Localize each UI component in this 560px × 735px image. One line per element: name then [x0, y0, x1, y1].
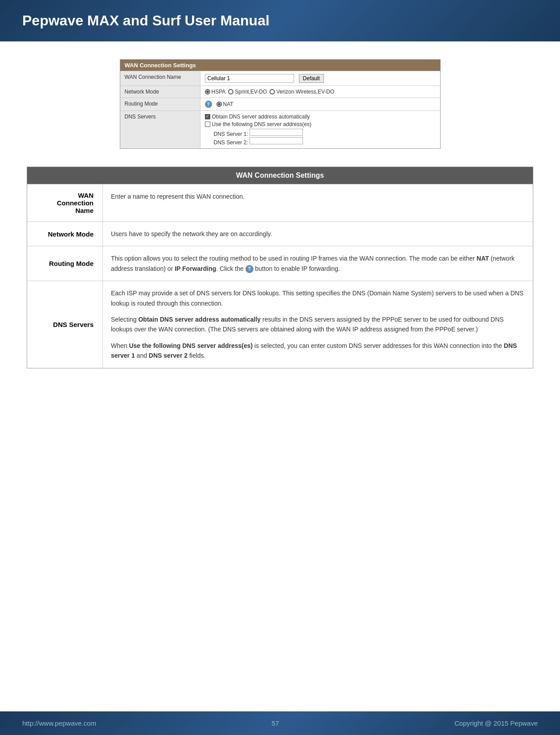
doc-desc-dns: Each ISP may provide a set of DNS server…	[103, 281, 533, 368]
ui-row-routing-mode: Routing Mode ? NAT	[120, 98, 440, 110]
doc-row-routing-mode: Routing Mode This option allows you to s…	[27, 246, 533, 281]
ui-value-network-mode: HSPA Sprint,EV-DO Verizon Wireless,EV-DO	[200, 86, 440, 98]
hspa-label: HSPA	[212, 89, 226, 95]
network-mode-sprint[interactable]: Sprint,EV-DO	[228, 89, 267, 95]
dns-auto-bold: Obtain DNS server address automatically	[138, 316, 261, 323]
ui-screenshot-table: WAN Connection Settings WAN Connection N…	[120, 59, 441, 149]
page-title: Pepwave MAX and Surf User Manual	[22, 12, 270, 29]
doc-desc-network-mode: Users have to specify the network they a…	[103, 222, 533, 246]
nat-label: NAT	[223, 101, 233, 107]
dns-para2: Selecting Obtain DNS server address auto…	[111, 314, 525, 335]
network-mode-radio-group: HSPA Sprint,EV-DO Verizon Wireless,EV-DO	[205, 89, 436, 95]
routing-help-btn[interactable]: ?	[245, 265, 253, 273]
doc-desc-wan-name: Enter a name to represent this WAN conne…	[103, 184, 533, 222]
ip-forwarding-bold: IP Forwarding	[175, 265, 216, 272]
hspa-radio[interactable]	[205, 89, 210, 94]
nat-radio[interactable]	[217, 102, 222, 107]
dns-server2-input[interactable]	[249, 137, 303, 144]
doc-label-wan-name: WANConnectionName	[27, 184, 103, 222]
dns-auto-label: Obtain DNS server address automatically	[212, 114, 310, 120]
nat-bold: NAT	[477, 255, 489, 262]
ui-label-dns: DNS Servers	[120, 111, 200, 148]
footer-page-number: 57	[272, 719, 279, 727]
dns-auto-row: Obtain DNS server address automatically	[205, 114, 436, 120]
doc-table-header: WAN Connection Settings	[27, 167, 533, 184]
doc-label-dns: DNS Servers	[27, 281, 103, 368]
sprint-label: Sprint,EV-DO	[235, 89, 267, 95]
ui-label-wan-name: WAN Connection Name	[120, 71, 200, 86]
doc-label-network-mode: Network Mode	[27, 222, 103, 246]
ui-value-routing-mode: ? NAT	[200, 98, 440, 110]
doc-label-routing-mode: Routing Mode	[27, 246, 103, 281]
doc-desc-routing-mode: This option allows you to select the rou…	[103, 246, 533, 281]
page-footer: http://www.pepwave.com 57 Copyright @ 20…	[0, 711, 560, 735]
main-content: WAN Connection Settings WAN Connection N…	[0, 41, 560, 711]
dns-server1-row: DNS Server 1:	[214, 129, 436, 137]
routing-mode-nat[interactable]: NAT	[217, 101, 233, 107]
dns-manual-checkbox[interactable]	[205, 122, 210, 127]
dns-manual-row: Use the following DNS server address(es)	[205, 121, 436, 127]
doc-row-network-mode: Network Mode Users have to specify the n…	[27, 222, 533, 246]
footer-url: http://www.pepwave.com	[22, 719, 96, 727]
doc-row-wan-name: WANConnectionName Enter a name to repres…	[27, 184, 533, 222]
dns-auto-checkbox[interactable]	[205, 114, 210, 119]
ui-row-network-mode: Network Mode HSPA Sprint,EV-DO Verizon W…	[120, 86, 440, 98]
dns-para3: When Use the following DNS server addres…	[111, 341, 525, 361]
dns-server1-label: DNS Server 1:	[214, 131, 250, 137]
routing-mode-radio-group: ? NAT	[205, 101, 436, 108]
dns-server1-input[interactable]	[249, 129, 303, 136]
ui-value-dns: Obtain DNS server address automatically …	[200, 111, 440, 148]
routing-mode-help-icon[interactable]: ?	[205, 101, 212, 108]
sprint-radio[interactable]	[228, 89, 233, 94]
dns-manual-label: Use the following DNS server address(es)	[212, 121, 311, 127]
ui-label-network-mode: Network Mode	[120, 86, 200, 98]
network-mode-verizon[interactable]: Verizon Wireless,EV-DO	[270, 89, 334, 95]
ui-row-wan-name: WAN Connection Name Default	[120, 71, 440, 86]
dns-server2-label: DNS Server 2:	[214, 139, 250, 146]
dns-manual-bold: Use the following DNS server address(es)	[129, 342, 253, 349]
dns-server2-row: DNS Server 2:	[214, 137, 436, 146]
ui-value-wan-name: Default	[200, 71, 440, 86]
network-mode-hspa[interactable]: HSPA	[205, 89, 226, 95]
verizon-radio[interactable]	[270, 89, 275, 94]
ui-label-routing-mode: Routing Mode	[120, 98, 200, 110]
default-button[interactable]: Default	[299, 74, 324, 83]
dns-server2-bold: DNS server 2	[149, 352, 188, 359]
dns-para1: Each ISP may provide a set of DNS server…	[111, 288, 525, 308]
wan-name-input[interactable]	[205, 74, 294, 83]
page-header: Pepwave MAX and Surf User Manual	[0, 0, 560, 41]
doc-table: WAN Connection Settings WANConnectionNam…	[27, 167, 533, 368]
footer-copyright: Copyright @ 2015 Pepwave	[454, 719, 538, 727]
ui-table-header: WAN Connection Settings	[120, 60, 440, 71]
doc-row-dns: DNS Servers Each ISP may provide a set o…	[27, 281, 533, 368]
verizon-label: Verizon Wireless,EV-DO	[276, 89, 334, 95]
ui-row-dns: DNS Servers Obtain DNS server address au…	[120, 110, 440, 148]
